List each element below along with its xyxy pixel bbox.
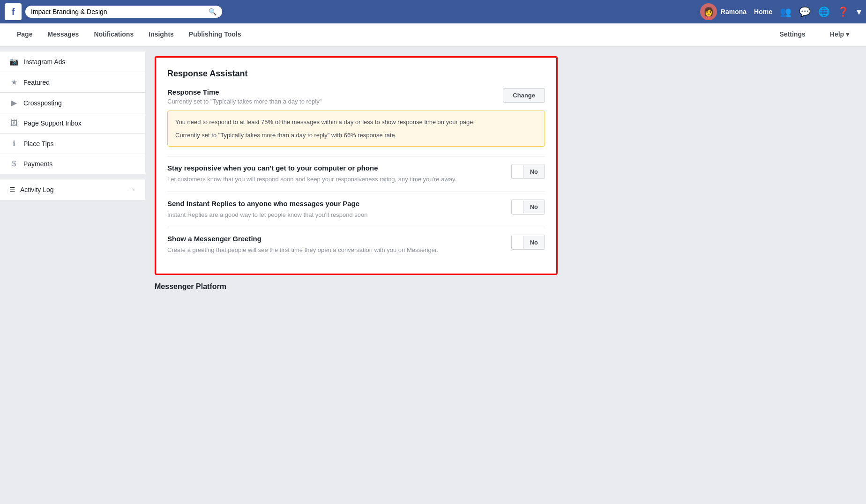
messenger-greeting-info: Show a Messenger Greeting Create a greet…: [167, 235, 511, 255]
instant-replies-toggle-off[interactable]: [512, 204, 523, 210]
home-link[interactable]: Home: [754, 8, 772, 15]
top-bar: f 🔍 👩 Ramona Home 👥 💬 🌐 ❓ ▾: [0, 0, 866, 23]
payments-icon: $: [9, 160, 19, 168]
sidebar-item-crossposting-label: Crossposting: [23, 99, 62, 107]
nav-item-page[interactable]: Page: [9, 23, 40, 46]
stay-responsive-title: Stay responsive when you can't get to yo…: [167, 164, 502, 172]
messenger-greeting-toggle[interactable]: No: [511, 235, 545, 250]
activity-log-label: Activity Log: [20, 186, 54, 193]
response-time-header: Response Time Currently set to "Typicall…: [167, 88, 545, 105]
avatar: 👩: [700, 3, 717, 20]
page-nav-right: Settings Help ▾: [772, 24, 857, 46]
sidebar-item-payments-label: Payments: [23, 160, 52, 168]
response-time-info: Response Time Currently set to "Typicall…: [167, 88, 321, 105]
messenger-greeting-toggle-no[interactable]: No: [523, 236, 545, 249]
toggle-off-label[interactable]: [512, 169, 523, 174]
sidebar-item-crossposting[interactable]: ▶ Crossposting: [0, 93, 145, 113]
user-name: Ramona: [721, 8, 747, 15]
sidebar-item-page-support-inbox[interactable]: 🖼 Page Support Inbox: [0, 113, 145, 133]
instant-replies-toggle[interactable]: No: [511, 200, 545, 215]
sidebar-item-featured-label: Featured: [23, 79, 50, 86]
sidebar-item-place-tips[interactable]: ℹ Place Tips: [0, 133, 145, 154]
friends-icon[interactable]: 👥: [780, 6, 791, 17]
stay-responsive-info: Stay responsive when you can't get to yo…: [167, 164, 511, 184]
instagram-ads-icon: 📷: [9, 57, 19, 66]
search-bar[interactable]: 🔍: [25, 6, 222, 18]
nav-item-messages[interactable]: Messages: [40, 23, 86, 46]
warning-line1: You need to respond to at least 75% of t…: [175, 118, 537, 127]
change-button[interactable]: Change: [503, 88, 545, 103]
nav-item-notifications[interactable]: Notifications: [86, 23, 141, 46]
response-time-title: Response Time: [167, 88, 321, 96]
instant-replies-desc: Instant Replies are a good way to let pe…: [167, 210, 502, 220]
featured-icon: ★: [9, 78, 19, 87]
instant-replies-title: Send Instant Replies to anyone who messa…: [167, 200, 502, 208]
crossposting-icon: ▶: [9, 98, 19, 107]
response-time-warning: You need to respond to at least 75% of t…: [167, 111, 545, 147]
messenger-icon[interactable]: 💬: [799, 6, 811, 17]
sidebar-item-place-tips-label: Place Tips: [23, 140, 54, 148]
stay-responsive-row: Stay responsive when you can't get to yo…: [167, 156, 545, 192]
toggle-no-label[interactable]: No: [523, 165, 545, 178]
nav-item-insights[interactable]: Insights: [141, 23, 181, 46]
activity-log-arrow-icon: →: [129, 186, 136, 193]
main-layout: 📷 Instagram Ads ★ Featured ▶ Crosspostin…: [0, 47, 866, 504]
response-assistant-title: Response Assistant: [167, 69, 545, 79]
warning-line2: Currently set to "Typically takes more t…: [175, 131, 537, 140]
sidebar-section-activity: ☰ Activity Log →: [0, 179, 145, 200]
place-tips-icon: ℹ: [9, 139, 19, 148]
page-nav: Page Messages Notifications Insights Pub…: [0, 23, 866, 47]
sidebar-item-activity-log[interactable]: ☰ Activity Log →: [0, 179, 145, 200]
search-input[interactable]: [31, 8, 205, 15]
messenger-greeting-row: Show a Messenger Greeting Create a greet…: [167, 227, 545, 262]
instant-replies-row: Send Instant Replies to anyone who messa…: [167, 192, 545, 227]
messenger-greeting-title: Show a Messenger Greeting: [167, 235, 502, 243]
response-time-subtitle: Currently set to "Typically takes more t…: [167, 98, 321, 105]
top-bar-right: 👩 Ramona Home 👥 💬 🌐 ❓ ▾: [700, 3, 861, 20]
nav-item-publishing-tools[interactable]: Publishing Tools: [181, 23, 249, 46]
dropdown-arrow-icon[interactable]: ▾: [857, 6, 861, 17]
search-icon: 🔍: [209, 8, 216, 15]
nav-item-help[interactable]: Help ▾: [822, 24, 857, 46]
page-support-icon: 🖼: [9, 119, 19, 127]
sidebar-item-payments[interactable]: $ Payments: [0, 154, 145, 174]
user-info: 👩 Ramona: [700, 3, 747, 20]
sidebar-item-instagram-ads[interactable]: 📷 Instagram Ads: [0, 52, 145, 72]
facebook-logo: f: [5, 3, 22, 20]
messenger-greeting-toggle-off[interactable]: [512, 239, 523, 245]
response-assistant-card: Response Assistant Response Time Current…: [155, 56, 558, 275]
sidebar-item-page-support-label: Page Support Inbox: [23, 119, 82, 127]
activity-log-icon: ☰: [9, 186, 15, 193]
instant-replies-toggle-no[interactable]: No: [523, 200, 545, 213]
stay-responsive-desc: Let customers know that you will respond…: [167, 175, 502, 184]
sidebar-item-instagram-ads-label: Instagram Ads: [23, 58, 66, 66]
messenger-platform-title: Messenger Platform: [155, 275, 857, 293]
stay-responsive-toggle[interactable]: No: [511, 164, 545, 179]
help-icon[interactable]: ❓: [837, 6, 849, 17]
sidebar-item-featured[interactable]: ★ Featured: [0, 72, 145, 93]
messenger-greeting-desc: Create a greeting that people will see t…: [167, 245, 502, 255]
instant-replies-info: Send Instant Replies to anyone who messa…: [167, 200, 511, 220]
content-area: Response Assistant Response Time Current…: [145, 47, 866, 504]
nav-item-settings[interactable]: Settings: [772, 24, 813, 46]
globe-icon[interactable]: 🌐: [818, 6, 830, 17]
sidebar: 📷 Instagram Ads ★ Featured ▶ Crosspostin…: [0, 47, 145, 504]
response-time-section: Response Time Currently set to "Typicall…: [167, 88, 545, 147]
